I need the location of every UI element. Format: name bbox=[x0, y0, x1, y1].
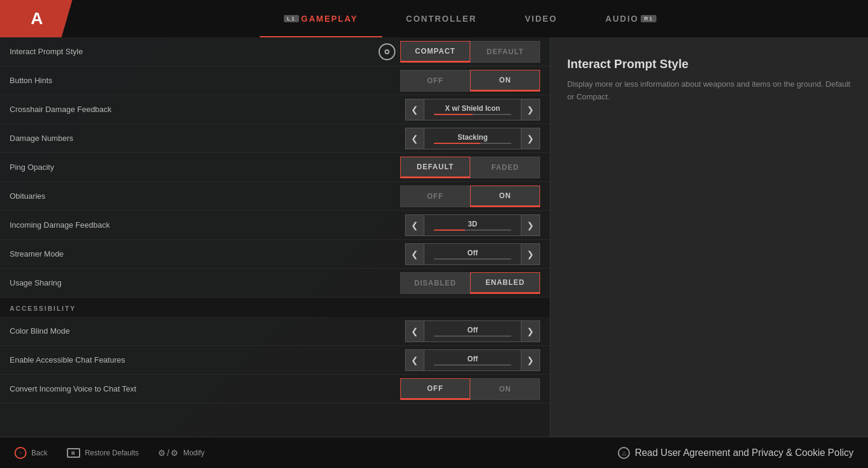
back-icon: ○ bbox=[14, 447, 27, 459]
arrow-left-incoming[interactable]: ❮ bbox=[405, 214, 424, 236]
row-obituaries: Obituaries Off On bbox=[0, 182, 550, 211]
value-incoming-damage: 3D bbox=[424, 214, 521, 236]
logo: A bbox=[0, 0, 72, 37]
controls-ping-opacity: Default Faded bbox=[400, 157, 540, 178]
arrow-left-damage[interactable]: ❮ bbox=[405, 128, 424, 149]
controls-color-blind: ❮ Off ❯ bbox=[405, 320, 540, 342]
legal-label: Read User Agreement and Privacy & Cookie… bbox=[635, 448, 854, 458]
controls-obituaries: Off On bbox=[400, 186, 540, 207]
arrow-right-colorblind[interactable]: ❯ bbox=[521, 320, 540, 342]
row-color-blind: Color Blind Mode ❮ Off ❯ bbox=[0, 317, 550, 346]
info-desc: Display more or less information about w… bbox=[567, 78, 851, 104]
arrow-left-crosshair[interactable]: ❮ bbox=[405, 99, 424, 120]
chat-bar bbox=[434, 364, 511, 366]
nav-tabs: L1 GAMEPLAY CONTROLLER VIDEO AUDIO R1 bbox=[72, 0, 868, 37]
incoming-value-text: 3D bbox=[468, 220, 477, 228]
tab-audio-label: AUDIO bbox=[605, 14, 638, 23]
crosshair-value-text: X w/ Shield Icon bbox=[445, 104, 500, 113]
btn-obituaries-on[interactable]: On bbox=[470, 186, 540, 207]
arrow-left-streamer[interactable]: ❮ bbox=[405, 243, 424, 265]
controls-button-hints: Off On bbox=[400, 70, 540, 92]
arrow-right-incoming[interactable]: ❯ bbox=[521, 214, 540, 236]
btn-voice-off[interactable]: Off bbox=[400, 378, 470, 400]
label-button-hints: Button Hints bbox=[10, 76, 400, 85]
label-accessible-chat: Enable Accessible Chat Features bbox=[10, 355, 405, 364]
incoming-bar-fill bbox=[434, 229, 465, 231]
restore-label: Restore Defaults bbox=[85, 449, 139, 457]
modify-action[interactable]: ⚙/⚙ Modify bbox=[158, 448, 204, 458]
label-obituaries: Obituaries bbox=[10, 192, 400, 201]
legal-action[interactable]: △ Read User Agreement and Privacy & Cook… bbox=[618, 447, 854, 459]
row-voice-to-text: Convert Incoming Voice to Chat Text Off … bbox=[0, 375, 550, 404]
row-incoming-damage: Incoming Damage Feedback ❮ 3D ❯ bbox=[0, 211, 550, 240]
colorblind-bar bbox=[434, 335, 511, 337]
label-incoming-damage: Incoming Damage Feedback bbox=[10, 220, 405, 229]
label-usage-sharing: Usage Sharing bbox=[10, 278, 400, 287]
incoming-bar bbox=[434, 229, 511, 231]
btn-voice-on[interactable]: On bbox=[470, 378, 540, 400]
crosshair-bar-fill bbox=[434, 114, 473, 115]
label-streamer-mode: Streamer Mode bbox=[10, 249, 405, 258]
value-color-blind: Off bbox=[424, 320, 521, 342]
controls-crosshair-damage: ❮ X w/ Shield Icon ❯ bbox=[405, 99, 540, 120]
back-label: Back bbox=[31, 449, 48, 457]
value-damage-numbers: Stacking bbox=[424, 128, 521, 149]
btn-ping-faded[interactable]: Faded bbox=[470, 157, 540, 178]
controls-voice-to-text: Off On bbox=[400, 378, 540, 400]
controls-accessible-chat: ❮ Off ❯ bbox=[405, 349, 540, 371]
value-crosshair-damage: X w/ Shield Icon bbox=[424, 99, 521, 120]
controls-incoming-damage: ❮ 3D ❯ bbox=[405, 214, 540, 236]
tab-audio[interactable]: AUDIO R1 bbox=[581, 0, 681, 37]
label-color-blind: Color Blind Mode bbox=[10, 326, 405, 335]
chat-value-text: Off bbox=[467, 355, 477, 363]
controls-usage-sharing: Disabled Enabled bbox=[400, 272, 540, 294]
modify-icon: ⚙/⚙ bbox=[158, 448, 178, 458]
r1-badge: R1 bbox=[641, 15, 656, 22]
tab-controller[interactable]: CONTROLLER bbox=[382, 0, 501, 37]
damage-value-text: Stacking bbox=[458, 133, 488, 142]
restore-icon: ▦ bbox=[67, 448, 80, 458]
arrow-right-chat[interactable]: ❯ bbox=[521, 349, 540, 371]
btn-usage-disabled[interactable]: Disabled bbox=[400, 272, 470, 294]
crosshair-bar bbox=[434, 114, 511, 115]
tab-video[interactable]: VIDEO bbox=[501, 0, 582, 37]
settings-panel: Interact Prompt Style Compact Default Bu… bbox=[0, 37, 550, 437]
restore-action[interactable]: ▦ Restore Defaults bbox=[67, 448, 139, 458]
controls-damage-numbers: ❮ Stacking ❯ bbox=[405, 128, 540, 149]
tab-gameplay[interactable]: L1 GAMEPLAY bbox=[260, 0, 382, 37]
btn-compact[interactable]: Compact bbox=[400, 41, 470, 63]
streamer-value-text: Off bbox=[467, 249, 477, 257]
damage-bar-fill bbox=[434, 143, 480, 144]
btn-default[interactable]: Default bbox=[470, 41, 540, 63]
info-title: Interact Prompt Style bbox=[567, 57, 851, 71]
btn-obituaries-off[interactable]: Off bbox=[400, 186, 470, 207]
label-damage-numbers: Damage Numbers bbox=[10, 134, 405, 143]
btn-button-hints-off[interactable]: Off bbox=[400, 70, 470, 92]
logo-text: A bbox=[31, 9, 42, 28]
row-accessible-chat: Enable Accessible Chat Features ❮ Off ❯ bbox=[0, 346, 550, 375]
streamer-bar bbox=[434, 258, 511, 260]
btn-ping-default[interactable]: Default bbox=[400, 157, 470, 178]
arrow-left-colorblind[interactable]: ❮ bbox=[405, 320, 424, 342]
arrow-right-crosshair[interactable]: ❯ bbox=[521, 99, 540, 120]
row-damage-numbers: Damage Numbers ❮ Stacking ❯ bbox=[0, 124, 550, 153]
row-interact-prompt-style: Interact Prompt Style Compact Default bbox=[0, 37, 550, 66]
arrow-left-chat[interactable]: ❮ bbox=[405, 349, 424, 371]
arrow-right-streamer[interactable]: ❯ bbox=[521, 243, 540, 265]
tab-video-label: VIDEO bbox=[525, 14, 558, 23]
label-interact-prompt-style: Interact Prompt Style bbox=[10, 47, 379, 56]
back-action[interactable]: ○ Back bbox=[14, 447, 48, 459]
btn-button-hints-on[interactable]: On bbox=[470, 70, 540, 92]
accessibility-label: ACCESSIBILITY bbox=[10, 305, 76, 312]
legal-icon: △ bbox=[618, 447, 630, 459]
row-streamer-mode: Streamer Mode ❮ Off ❯ bbox=[0, 240, 550, 269]
l1-badge: L1 bbox=[284, 15, 299, 22]
row-crosshair-damage: Crosshair Damage Feedback ❮ X w/ Shield … bbox=[0, 95, 550, 124]
accessibility-section-header: ACCESSIBILITY bbox=[0, 298, 550, 317]
tab-gameplay-label: GAMEPLAY bbox=[301, 14, 358, 23]
modify-label: Modify bbox=[183, 449, 204, 457]
arrow-right-damage[interactable]: ❯ bbox=[521, 128, 540, 149]
controls-streamer-mode: ❮ Off ❯ bbox=[405, 243, 540, 265]
bottom-bar: ○ Back ▦ Restore Defaults ⚙/⚙ Modify △ R… bbox=[0, 437, 868, 468]
btn-usage-enabled[interactable]: Enabled bbox=[470, 272, 540, 294]
